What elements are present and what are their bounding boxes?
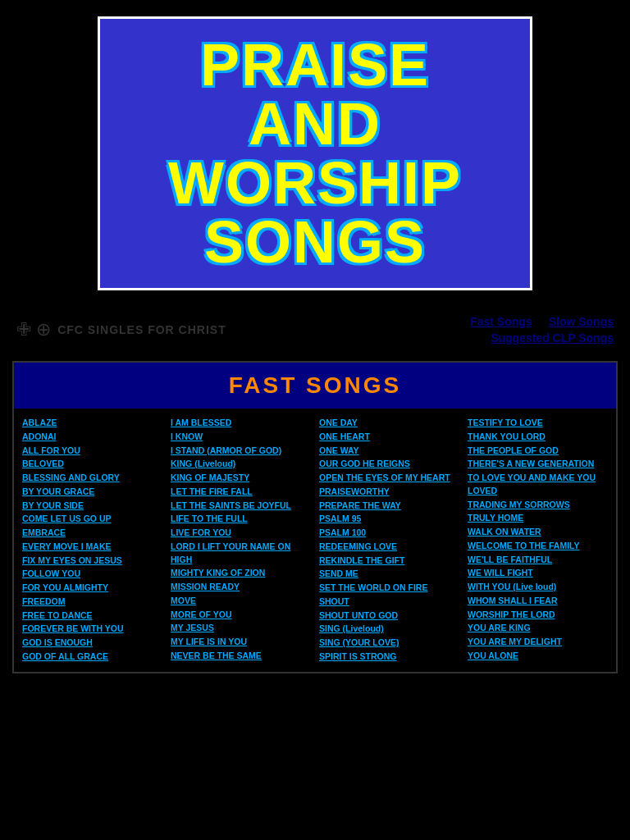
song-item[interactable]: NEVER BE THE SAME	[171, 650, 311, 663]
song-item[interactable]: REDEEMING LOVE	[319, 541, 459, 554]
song-column-2: I AM BLESSEDI KNOWI STAND (ARMOR OF GOD)…	[167, 417, 315, 664]
song-item[interactable]: ADONAI	[22, 431, 162, 444]
song-item[interactable]: EVERY MOVE I MAKE	[22, 541, 162, 554]
song-item[interactable]: MY LIFE IS IN YOU	[171, 636, 311, 649]
song-item[interactable]: PRAISEWORTHY	[319, 486, 459, 499]
song-item[interactable]: ALL FOR YOU	[22, 445, 162, 458]
song-item[interactable]: OUR GOD HE REIGNS	[319, 458, 459, 471]
song-item[interactable]: WELCOME TO THE FAMILY	[468, 540, 608, 553]
song-item[interactable]: WALK ON WATER	[468, 526, 608, 539]
logo-text: CFC SINGLES FOR CHRIST	[57, 323, 226, 336]
song-list: ABLAZEADONAIALL FOR YOUBELOVEDBLESSING A…	[14, 409, 616, 672]
song-item[interactable]: OPEN THE EYES OF MY HEART	[319, 472, 459, 485]
song-item[interactable]: LIVE FOR YOU	[171, 527, 311, 540]
song-column-3: ONE DAYONE HEARTONE WAYOUR GOD HE REIGNS…	[315, 417, 463, 664]
song-item[interactable]: THERE'S A NEW GENERATION	[468, 458, 608, 471]
cfc-logo-icon: ✙ ⊕	[16, 319, 51, 340]
song-item[interactable]: TRULY HOME	[468, 512, 608, 525]
header-banner: PRAISE AND WORSHIP SONGS	[98, 16, 532, 290]
nav-top-links: Fast Songs Slow Songs	[470, 315, 614, 328]
song-item[interactable]: SEND ME	[319, 568, 459, 581]
song-item[interactable]: MORE OF YOU	[171, 609, 311, 622]
song-item[interactable]: COME LET US GO UP	[22, 513, 162, 526]
section-header: FAST SONGS	[14, 363, 616, 409]
song-item[interactable]: ABLAZE	[22, 417, 162, 430]
song-item[interactable]: SHOUT	[319, 596, 459, 609]
song-column-1: ABLAZEADONAIALL FOR YOUBELOVEDBLESSING A…	[18, 417, 167, 664]
song-item[interactable]: BY YOUR SIDE	[22, 500, 162, 513]
song-item[interactable]: MIGHTY KING OF ZION	[171, 567, 311, 580]
fast-songs-header: FAST SONGS	[229, 372, 401, 398]
song-item[interactable]: BELOVED	[22, 458, 162, 471]
song-item[interactable]: WE'LL BE FAITHFUL	[468, 554, 608, 567]
song-item[interactable]: THANK YOU LORD	[468, 431, 608, 444]
song-item[interactable]: FOR YOU ALMIGHTY	[22, 582, 162, 595]
song-item[interactable]: THE PEOPLE OF GOD	[468, 445, 608, 458]
song-item[interactable]: WORSHIP THE LORD	[468, 609, 608, 622]
song-item[interactable]: LORD I LIFT YOUR NAME ON HIGH	[171, 541, 311, 567]
logo-area: ✙ ⊕ CFC SINGLES FOR CHRIST	[16, 319, 226, 340]
song-item[interactable]: SING (Liveloud)	[319, 623, 459, 636]
song-item[interactable]: WHOM SHALL I FEAR	[468, 595, 608, 608]
song-item[interactable]: LET THE SAINTS BE JOYFUL	[171, 500, 311, 513]
banner-line3: WORSHIP	[168, 150, 462, 216]
song-item[interactable]: KING (Liveloud)	[171, 458, 311, 471]
song-item[interactable]: SET THE WORLD ON FIRE	[319, 582, 459, 595]
song-item[interactable]: FOREVER BE WITH YOU	[22, 623, 162, 636]
song-item[interactable]: KING OF MAJESTY	[171, 472, 311, 485]
song-item[interactable]: I KNOW	[171, 431, 311, 444]
song-item[interactable]: GOD OF ALL GRACE	[22, 651, 162, 664]
song-item[interactable]: TESTIFY TO LOVE	[468, 417, 608, 430]
song-item[interactable]: TO LOVE YOU AND MAKE YOU LOVED	[468, 472, 608, 498]
song-item[interactable]: TRADING MY SORROWS	[468, 499, 608, 512]
song-item[interactable]: I STAND (ARMOR OF GOD)	[171, 445, 311, 458]
song-item[interactable]: YOU ALONE	[468, 650, 608, 663]
song-item[interactable]: PSALM 100	[319, 527, 459, 540]
banner-line1: PRAISE	[200, 32, 430, 98]
song-item[interactable]: GOD IS ENOUGH	[22, 637, 162, 650]
fast-songs-link[interactable]: Fast Songs	[470, 315, 532, 328]
banner-title: PRAISE AND WORSHIP SONGS	[125, 35, 505, 272]
song-item[interactable]: FIX MY EYES ON JESUS	[22, 555, 162, 568]
song-item[interactable]: ONE WAY	[319, 445, 459, 458]
banner-line2: AND	[249, 91, 381, 157]
song-item[interactable]: MOVE	[171, 595, 311, 608]
song-item[interactable]: ONE HEART	[319, 431, 459, 444]
song-item[interactable]: PREPARE THE WAY	[319, 500, 459, 513]
song-item[interactable]: YOU ARE MY DELIGHT	[468, 636, 608, 649]
song-item[interactable]: SHOUT UNTO GOD	[319, 609, 459, 623]
song-item[interactable]: PSALM 95	[319, 513, 459, 526]
song-item[interactable]: MY JESUS	[171, 622, 311, 635]
banner-line4: SONGS	[204, 209, 426, 275]
song-item[interactable]: LIFE TO THE FULL	[171, 513, 311, 526]
song-item[interactable]: I AM BLESSED	[171, 417, 311, 430]
song-item[interactable]: SPIRIT IS STRONG	[319, 651, 459, 664]
nav-row: ✙ ⊕ CFC SINGLES FOR CHRIST Fast Songs Sl…	[0, 307, 630, 353]
song-item[interactable]: FOLLOW YOU	[22, 568, 162, 581]
song-item[interactable]: FREE TO DANCE	[22, 609, 162, 623]
song-item[interactable]: WE WILL FIGHT	[468, 567, 608, 580]
song-item[interactable]: LET THE FIRE FALL	[171, 486, 311, 499]
song-column-4: TESTIFY TO LOVETHANK YOU LORDTHE PEOPLE …	[463, 417, 612, 664]
song-item[interactable]: WITH YOU (Live loud)	[468, 581, 608, 594]
slow-songs-link[interactable]: Slow Songs	[549, 315, 614, 328]
song-item[interactable]: YOU ARE KING	[468, 622, 608, 635]
song-item[interactable]: EMBRACE	[22, 527, 162, 540]
fast-songs-section: FAST SONGS ABLAZEADONAIALL FOR YOUBELOVE…	[12, 361, 618, 673]
song-item[interactable]: FREEDOM	[22, 596, 162, 609]
song-item[interactable]: SING (YOUR LOVE)	[319, 637, 459, 650]
song-item[interactable]: BLESSING AND GLORY	[22, 472, 162, 485]
song-item[interactable]: BY YOUR GRACE	[22, 486, 162, 499]
song-item[interactable]: MISSION READY	[171, 581, 311, 594]
nav-links: Fast Songs Slow Songs Suggested CLP Song…	[470, 315, 614, 345]
suggested-clp-link[interactable]: Suggested CLP Songs	[491, 331, 614, 345]
song-item[interactable]: ONE DAY	[319, 417, 459, 430]
song-item[interactable]: REKINDLE THE GIFT	[319, 555, 459, 568]
